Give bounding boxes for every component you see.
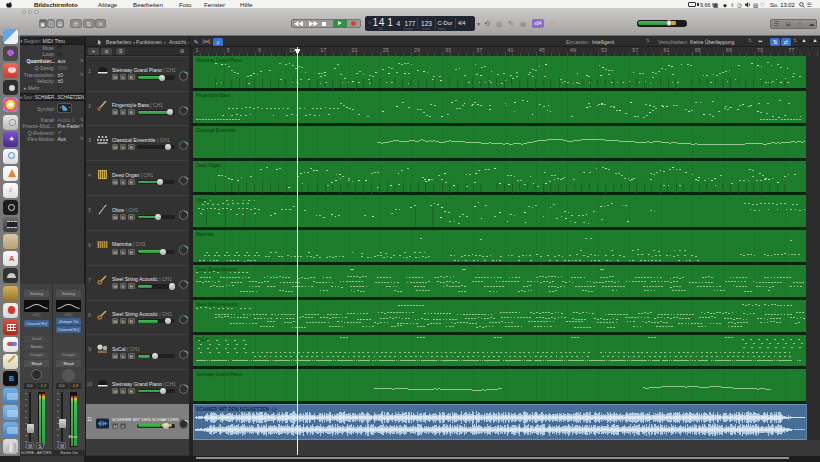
svg-text:61: 61 [664,47,670,53]
svg-text:77: 77 [788,47,794,53]
svg-text:5: 5 [227,47,230,53]
svg-text:65: 65 [695,47,701,53]
svg-text:17: 17 [320,47,326,53]
svg-text:41: 41 [508,47,514,53]
svg-text:Oboe: Oboe [196,198,208,203]
svg-text:49: 49 [570,47,576,53]
svg-text:Classical Ensemble: Classical Ensemble [196,128,237,133]
svg-text:Steinway Grand Piano: Steinway Grand Piano [196,372,242,377]
svg-text:Steinway Grand Piano: Steinway Grand Piano [196,58,242,63]
svg-text:45: 45 [539,47,545,53]
svg-text:Marimba: Marimba [196,232,214,237]
svg-text:37: 37 [476,47,482,53]
svg-text:69: 69 [726,47,732,53]
svg-text:Steel String Acoustic: Steel String Acoustic [196,267,239,272]
svg-text:29: 29 [414,47,420,53]
svg-text:SCHWER MIT DEN SCHAETZEN ⓘ: SCHWER MIT DEN SCHAETZEN ⓘ [196,406,277,413]
svg-text:1: 1 [196,47,199,53]
svg-text:25: 25 [383,47,389,53]
svg-text:Fingerstyle Bass: Fingerstyle Bass [196,93,231,98]
svg-text:Deep Organ: Deep Organ [196,163,221,168]
svg-text:73: 73 [757,47,763,53]
svg-text:57: 57 [632,47,638,53]
svg-text:9: 9 [258,47,261,53]
svg-text:53: 53 [601,47,607,53]
svg-text:Steel String Acoustic: Steel String Acoustic [196,302,239,307]
svg-text:13: 13 [289,47,295,53]
svg-text:21: 21 [352,47,358,53]
svg-text:33: 33 [445,47,451,53]
svg-text:SoCal: SoCal [196,337,209,342]
